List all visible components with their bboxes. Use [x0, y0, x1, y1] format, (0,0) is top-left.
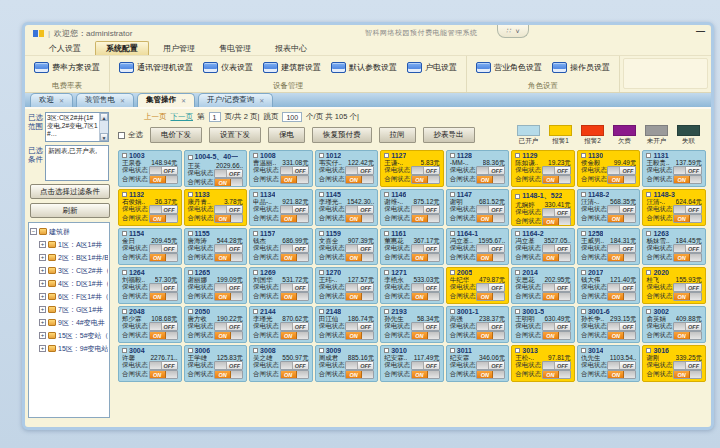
protect-toggle[interactable]: OFF — [280, 361, 309, 370]
scroll-down-icon[interactable]: ▼ — [100, 133, 108, 141]
meter-checkbox[interactable] — [450, 270, 455, 275]
protect-toggle[interactable]: OFF — [476, 283, 505, 292]
meter-checkbox[interactable] — [450, 231, 455, 236]
menu-tab[interactable]: 系统配置 — [95, 41, 149, 55]
protect-toggle[interactable]: OFF — [280, 322, 309, 331]
switch-toggle[interactable]: ON — [476, 175, 505, 184]
selected-condition-box[interactable]: 新园表,已开户表, — [45, 145, 109, 181]
meter-checkbox[interactable] — [188, 231, 193, 236]
switch-toggle[interactable]: ON — [149, 370, 178, 379]
document-tab[interactable]: 集管操作✕ — [137, 93, 195, 107]
protect-toggle[interactable]: OFF — [607, 244, 636, 253]
meter-checkbox[interactable] — [122, 309, 127, 314]
protect-toggle[interactable]: OFF — [673, 166, 702, 175]
switch-toggle[interactable]: ON — [542, 253, 571, 262]
meter-checkbox[interactable] — [450, 192, 455, 197]
protect-toggle[interactable]: OFF — [149, 166, 178, 175]
switch-toggle[interactable]: ON — [476, 370, 505, 379]
switch-toggle[interactable]: ON — [149, 292, 178, 301]
protect-toggle[interactable]: OFF — [542, 208, 571, 217]
meter-checkbox[interactable] — [319, 153, 324, 158]
meter-checkbox[interactable] — [319, 231, 324, 236]
protect-toggle[interactable]: OFF — [280, 205, 309, 214]
expand-icon[interactable]: + — [39, 319, 46, 326]
jump-page-link[interactable]: 跳页 — [263, 112, 278, 122]
protect-toggle[interactable]: OFF — [280, 166, 309, 175]
switch-toggle[interactable]: ON — [280, 253, 309, 262]
switch-toggle[interactable]: ON — [542, 370, 571, 379]
menu-tab[interactable]: 报表中心 — [265, 42, 317, 55]
switch-toggle[interactable]: ON — [476, 214, 505, 223]
collapse-icon[interactable]: − — [30, 228, 37, 235]
protect-toggle[interactable]: OFF — [607, 322, 636, 331]
protect-toggle[interactable]: OFF — [542, 166, 571, 175]
meter-checkbox[interactable] — [515, 270, 520, 275]
protect-toggle[interactable]: OFF — [214, 205, 243, 214]
meter-checkbox[interactable] — [581, 231, 586, 236]
protect-toggle[interactable]: OFF — [345, 205, 374, 214]
switch-toggle[interactable]: ON — [149, 175, 178, 184]
switch-toggle[interactable]: ON — [345, 292, 374, 301]
meter-checkbox[interactable] — [384, 309, 389, 314]
protect-toggle[interactable]: OFF — [542, 283, 571, 292]
expand-icon[interactable]: + — [39, 254, 46, 261]
switch-toggle[interactable]: ON — [345, 253, 374, 262]
protect-toggle[interactable]: OFF — [673, 205, 702, 214]
meter-checkbox[interactable] — [253, 192, 258, 197]
meter-checkbox[interactable] — [450, 153, 455, 158]
protect-toggle[interactable]: OFF — [673, 322, 702, 331]
switch-toggle[interactable]: ON — [673, 331, 702, 340]
switch-toggle[interactable]: ON — [345, 370, 374, 379]
switch-toggle[interactable]: ON — [280, 175, 309, 184]
switch-toggle[interactable]: ON — [214, 331, 243, 340]
protect-toggle[interactable]: OFF — [607, 166, 636, 175]
minimize-button[interactable]: — — [696, 26, 705, 36]
ribbon-button[interactable]: 默认参数设置 — [330, 60, 398, 75]
protect-toggle[interactable]: OFF — [476, 166, 505, 175]
tree-item[interactable]: +9区：4#变电井（4#变 — [30, 316, 108, 329]
scroll-up-icon[interactable]: ▲ — [100, 113, 108, 121]
filter-select-button[interactable]: 点击选择过滤条件 — [30, 184, 110, 199]
switch-toggle[interactable]: ON — [411, 331, 440, 340]
close-icon[interactable]: ✕ — [259, 97, 264, 104]
switch-toggle[interactable]: ON — [542, 175, 571, 184]
switch-toggle[interactable]: ON — [280, 331, 309, 340]
page-number-input[interactable]: 1 — [209, 112, 221, 122]
scrollbar[interactable]: ▲ ▼ — [99, 113, 108, 141]
meter-checkbox[interactable] — [188, 348, 193, 353]
protect-toggle[interactable]: OFF — [476, 244, 505, 253]
protect-toggle[interactable]: OFF — [149, 322, 178, 331]
protect-toggle[interactable]: OFF — [214, 169, 243, 178]
switch-toggle[interactable]: ON — [345, 175, 374, 184]
protect-toggle[interactable]: OFF — [280, 244, 309, 253]
tree-item[interactable]: +4区：D区1#井（D区1 — [30, 277, 108, 290]
meter-checkbox[interactable] — [646, 309, 651, 314]
document-tab[interactable]: 欢迎✕ — [30, 93, 73, 107]
ribbon-button[interactable]: 营业角色设置 — [475, 60, 543, 75]
switch-toggle[interactable]: ON — [280, 214, 309, 223]
switch-toggle[interactable]: ON — [345, 331, 374, 340]
meter-checkbox[interactable] — [253, 348, 258, 353]
protect-toggle[interactable]: OFF — [411, 283, 440, 292]
meter-checkbox[interactable] — [646, 153, 651, 158]
switch-toggle[interactable]: ON — [673, 175, 702, 184]
meter-checkbox[interactable] — [319, 270, 324, 275]
meter-checkbox[interactable] — [581, 270, 586, 275]
toolbar-button[interactable]: 电价下发 — [150, 127, 202, 143]
protect-toggle[interactable]: OFF — [411, 166, 440, 175]
menu-tab[interactable]: 用户管理 — [153, 42, 205, 55]
ribbon-button[interactable]: 仪表设置 — [202, 60, 254, 75]
meter-checkbox[interactable] — [581, 192, 586, 197]
switch-toggle[interactable]: ON — [214, 292, 243, 301]
switch-toggle[interactable]: ON — [542, 217, 571, 226]
switch-toggle[interactable]: ON — [542, 331, 571, 340]
expand-icon[interactable]: + — [39, 267, 46, 274]
meter-checkbox[interactable] — [188, 192, 193, 197]
protect-toggle[interactable]: OFF — [345, 322, 374, 331]
refresh-button[interactable]: 刷新 — [30, 203, 110, 218]
meter-checkbox[interactable] — [581, 309, 586, 314]
switch-toggle[interactable]: ON — [214, 253, 243, 262]
tree-item[interactable]: +2区：B区1#井/B区1#井 — [30, 251, 108, 264]
meter-checkbox[interactable] — [646, 192, 651, 197]
protect-toggle[interactable]: OFF — [673, 361, 702, 370]
